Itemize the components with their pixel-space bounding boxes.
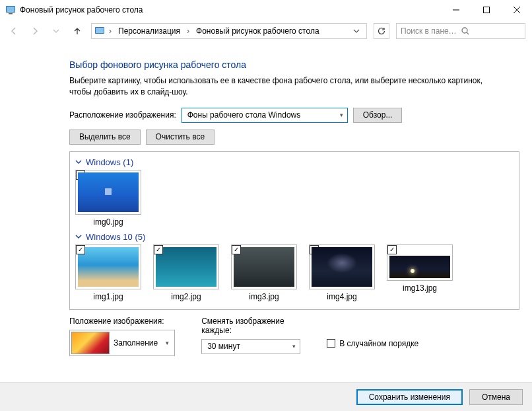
window-title: Фоновый рисунок рабочего стола xyxy=(20,5,143,15)
back-button[interactable] xyxy=(7,24,21,38)
checkbox-box xyxy=(327,339,335,348)
select-all-button[interactable]: Выделить все xyxy=(69,130,141,145)
svg-rect-8 xyxy=(96,28,104,33)
chevron-down-icon: ▾ xyxy=(340,112,343,118)
browse-button[interactable]: Обзор... xyxy=(353,108,403,123)
location-value: Фоны рабочего стола Windows xyxy=(187,110,301,120)
position-label: Положение изображения: xyxy=(69,317,175,326)
search-placeholder: Поиск в панели управления xyxy=(401,26,461,36)
wallpaper-thumb[interactable]: ✓ img13.jpg xyxy=(387,244,453,301)
breadcrumb-personalization[interactable]: Персонализация xyxy=(116,26,183,36)
app-icon xyxy=(5,5,16,15)
interval-combobox[interactable]: 30 минут ▾ xyxy=(201,339,300,354)
thumb-caption: img3.jpg xyxy=(249,292,279,301)
breadcrumb-desktop-background[interactable]: Фоновый рисунок рабочего стола xyxy=(193,26,322,36)
thumb-caption: img2.jpg xyxy=(171,292,201,301)
thumb-checkbox[interactable]: ✓ xyxy=(232,245,241,254)
chevron-down-icon: ▾ xyxy=(292,343,296,350)
forward-button[interactable] xyxy=(28,24,42,38)
location-combobox[interactable]: Фоны рабочего стола Windows ▾ xyxy=(182,108,348,123)
thumb-caption: img4.jpg xyxy=(327,292,356,301)
svg-rect-2 xyxy=(9,13,13,15)
svg-rect-1 xyxy=(7,7,15,12)
wallpaper-gallery[interactable]: Windows (1) ✓ img0.jpg Windows 10 (5) ✓ … xyxy=(69,151,519,310)
thumb-image xyxy=(156,247,216,287)
recent-locations-button[interactable] xyxy=(49,24,63,38)
shuffle-label: В случайном порядке xyxy=(339,339,418,348)
control-panel-icon xyxy=(94,26,105,36)
nav-bar: › Персонализация › Фоновый рисунок рабоч… xyxy=(0,20,532,42)
svg-line-10 xyxy=(467,32,469,34)
position-combobox[interactable]: Заполнение ▾ xyxy=(69,330,175,356)
svg-rect-4 xyxy=(484,7,490,13)
wallpaper-thumb[interactable]: ✓ img1.jpg xyxy=(75,244,141,301)
page-title: Выбор фонового рисунка рабочего стола xyxy=(69,59,521,70)
chevron-down-icon: ▾ xyxy=(162,340,173,346)
thumb-caption: img0.jpg xyxy=(93,217,123,227)
thumb-image xyxy=(234,247,294,287)
thumb-checkbox[interactable]: ✓ xyxy=(76,245,85,254)
chevron-right-icon[interactable]: › xyxy=(108,26,113,36)
chevron-right-icon[interactable]: › xyxy=(185,26,191,36)
wallpaper-thumb[interactable]: ✓ img0.jpg xyxy=(75,170,141,227)
save-button[interactable]: Сохранить изменения xyxy=(356,389,463,405)
address-bar[interactable]: › Персонализация › Фоновый рисунок рабоч… xyxy=(91,23,367,39)
wallpaper-thumb[interactable]: ✓ img3.jpg xyxy=(231,244,297,301)
position-value: Заполнение xyxy=(114,338,158,348)
up-button[interactable] xyxy=(70,24,84,38)
chevron-down-icon xyxy=(75,233,82,240)
wallpaper-thumb[interactable]: ✓ img2.jpg xyxy=(153,244,219,301)
thumb-checkbox[interactable]: ✓ xyxy=(387,245,397,254)
thumb-checkbox[interactable]: ✓ xyxy=(154,245,163,254)
thumb-image xyxy=(78,247,139,287)
title-bar: Фоновый рисунок рабочего стола xyxy=(0,0,532,20)
wallpaper-thumb[interactable]: ✓ img4.jpg xyxy=(309,244,375,301)
minimize-button[interactable] xyxy=(441,0,471,20)
cancel-button[interactable]: Отмена xyxy=(469,389,523,405)
thumb-caption: img1.jpg xyxy=(93,292,123,301)
content-area: Выбор фонового рисунка рабочего стола Вы… xyxy=(0,42,521,356)
group-title: Windows (1) xyxy=(86,157,133,167)
position-preview xyxy=(71,332,110,354)
group-title: Windows 10 (5) xyxy=(86,232,145,242)
instruction-text: Выберите картинку, чтобы использовать ее… xyxy=(69,75,505,98)
chevron-down-icon xyxy=(75,159,82,165)
location-label: Расположение изображения: xyxy=(69,110,176,120)
interval-label: Сменять изображение каждые: xyxy=(201,317,300,335)
thumb-caption: img13.jpg xyxy=(403,283,437,293)
clear-all-button[interactable]: Очистить все xyxy=(146,130,215,145)
group-header-windows[interactable]: Windows (1) xyxy=(75,157,514,167)
refresh-button[interactable] xyxy=(374,23,389,39)
thumb-image xyxy=(312,247,372,287)
thumb-image xyxy=(78,172,139,212)
close-button[interactable] xyxy=(502,0,532,20)
group-header-windows10[interactable]: Windows 10 (5) xyxy=(75,232,514,242)
svg-point-9 xyxy=(462,28,467,33)
maximize-button[interactable] xyxy=(471,0,502,20)
footer-bar: Сохранить изменения Отмена xyxy=(0,382,532,411)
thumb-image xyxy=(389,256,450,278)
interval-value: 30 минут xyxy=(207,342,240,351)
search-input[interactable]: Поиск в панели управления xyxy=(396,23,525,39)
search-icon xyxy=(461,26,521,36)
address-dropdown-icon[interactable] xyxy=(349,28,364,34)
shuffle-checkbox[interactable]: В случайном порядке xyxy=(327,339,418,348)
